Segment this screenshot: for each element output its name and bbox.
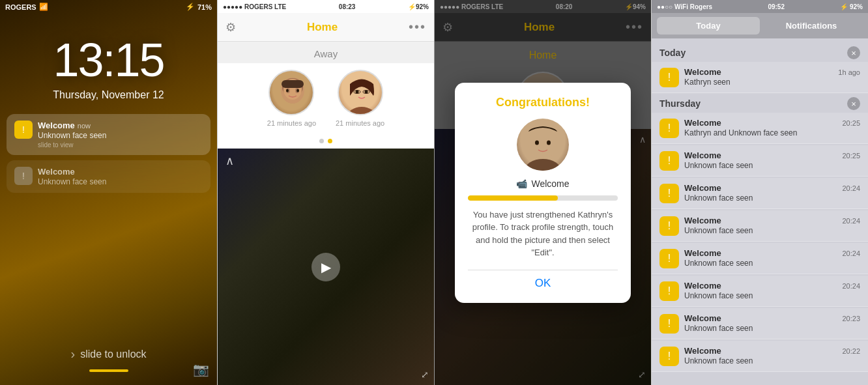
camera-preview-away: ∧ ▶ ⤢: [218, 149, 434, 385]
tab-today[interactable]: Today: [657, 17, 760, 35]
notif-app-2: Welcome: [38, 167, 75, 177]
more-icon[interactable]: •••: [409, 20, 426, 35]
welcome-icon-2: !: [14, 167, 33, 185]
home-away-battery: ⚡92%: [408, 3, 429, 10]
thu-app-3: Welcome: [684, 183, 721, 193]
modal-camera-label: 📹 Welcome: [516, 178, 569, 189]
svg-point-8: [347, 107, 376, 115]
svg-rect-5: [282, 80, 304, 88]
camera-chevron-icon[interactable]: ∧: [225, 154, 234, 168]
today-time-1: 1h ago: [838, 68, 860, 76]
thu-icon-5: !: [659, 249, 679, 268]
thu-app-8: Welcome: [684, 346, 721, 356]
home-away-status-bar: ●●●●● ROGERS LTE 08:23 ⚡92%: [218, 0, 434, 13]
camera-icon-modal: 📹: [516, 178, 527, 189]
lock-carrier: ROGERS: [5, 3, 36, 11]
thursday-item-7[interactable]: ! Welcome 20:23 Unknown face seen: [652, 308, 868, 339]
modal-overlay: Congratulations! 📹 Welcome: [435, 0, 651, 385]
slide-text: slide to unlock: [80, 349, 146, 360]
thu-icon-4: !: [659, 216, 679, 236]
thu-time-3: 20:24: [842, 184, 860, 192]
slide-chevron-icon: ›: [70, 347, 75, 362]
lock-bottom: › slide to unlock 📷: [0, 347, 217, 385]
today-body-1: Kathryn seen: [684, 78, 860, 87]
svg-point-17: [528, 128, 557, 159]
welcome-icon-1: !: [14, 121, 33, 139]
lock-bar: [89, 369, 128, 372]
thu-body-2: Unknown face seen: [684, 161, 860, 170]
thu-title-row-5: Welcome 20:24: [684, 248, 860, 258]
lock-status-left: ROGERS 📶: [5, 3, 48, 11]
thursday-item-4[interactable]: ! Welcome 20:24 Unknown face seen: [652, 210, 868, 242]
lock-status-bar: ROGERS 📶 ⚡ 71%: [0, 0, 217, 14]
thu-content-5: Welcome 20:24 Unknown face seen: [684, 248, 860, 268]
avatar-circle-male: [268, 70, 314, 115]
thursday-clear-button[interactable]: ×: [847, 97, 860, 110]
thu-title-row-3: Welcome 20:24: [684, 183, 860, 193]
svg-point-7: [297, 89, 299, 93]
home-away-nav: ⚙ Home •••: [218, 13, 434, 42]
notif-app-1: Welcome: [38, 121, 75, 130]
thu-content-4: Welcome 20:24 Unknown face seen: [684, 216, 860, 235]
slide-to-unlock[interactable]: › slide to unlock: [70, 347, 146, 362]
settings-icon[interactable]: ⚙: [225, 20, 236, 35]
notif-time-1: now: [78, 122, 91, 130]
notifications-panel: ●●○○ WiFi Rogers 09:52 ⚡ 92% Today Notif…: [651, 0, 868, 385]
thursday-item-1[interactable]: ! Welcome 20:25 Kathryn and Unknown face…: [652, 113, 868, 144]
notif-scroll[interactable]: Today × ! Welcome 1h ago Kathryn seen Th…: [652, 38, 868, 385]
today-app-1: Welcome: [684, 67, 721, 77]
lock-bluetooth-icon: ⚡: [186, 3, 195, 11]
thu-body-5: Unknown face seen: [684, 259, 860, 268]
avatar-item-male: 21 minutes ago: [267, 70, 316, 127]
thursday-item-6[interactable]: ! Welcome 20:24 Unknown face seen: [652, 276, 868, 307]
notif-carrier: ●●○○ WiFi Rogers: [657, 3, 712, 10]
thu-title-row-1: Welcome 20:25: [684, 118, 860, 128]
today-clear-button[interactable]: ×: [847, 46, 860, 59]
fullscreen-icon-away[interactable]: ⤢: [421, 369, 429, 380]
thu-body-6: Unknown face seen: [684, 291, 860, 300]
thu-content-1: Welcome 20:25 Kathryn and Unknown face s…: [684, 118, 860, 137]
thu-time-1: 20:25: [842, 119, 860, 127]
thu-body-3: Unknown face seen: [684, 193, 860, 203]
thursday-title: Thursday: [659, 98, 701, 109]
dot-1: [319, 139, 324, 143]
lock-notif-2[interactable]: ! Welcome Unknown face seen: [7, 160, 210, 193]
lock-time: 13:15: [53, 33, 164, 87]
tab-notifications[interactable]: Notifications: [760, 17, 863, 35]
modal-avatar: [517, 119, 569, 171]
thu-body-4: Unknown face seen: [684, 226, 860, 235]
notif-content-1: Welcome now Unknown face seen slide to v…: [38, 121, 203, 149]
thursday-item-2[interactable]: ! Welcome 20:25 Unknown face seen: [652, 145, 868, 177]
lock-notif-1[interactable]: ! Welcome now Unknown face seen slide to…: [7, 114, 210, 155]
thu-content-3: Welcome 20:24 Unknown face seen: [684, 183, 860, 203]
thu-title-row-2: Welcome 20:25: [684, 150, 860, 160]
thu-app-5: Welcome: [684, 248, 721, 258]
avatar-item-female: 21 minutes ago: [336, 70, 384, 127]
avatar-face-female: [339, 71, 382, 114]
modal-ok-button[interactable]: OK: [468, 270, 618, 290]
thu-title-row-7: Welcome 20:23: [684, 313, 860, 323]
thursday-item-3[interactable]: ! Welcome 20:24 Unknown face seen: [652, 178, 868, 209]
thu-content-2: Welcome 20:25 Unknown face seen: [684, 150, 860, 170]
modal-progress-bar: [468, 195, 618, 201]
camera-icon[interactable]: 📷: [193, 362, 209, 377]
thursday-item-5[interactable]: ! Welcome 20:24 Unknown face seen: [652, 243, 868, 274]
thu-icon-6: !: [659, 281, 679, 301]
thu-content-7: Welcome 20:23 Unknown face seen: [684, 313, 860, 333]
camera-top-bar-away: ∧: [218, 149, 434, 173]
home-away-nav-title: Home: [307, 21, 338, 34]
thu-body-7: Unknown face seen: [684, 324, 860, 333]
notif-slide-hint: slide to view: [38, 141, 203, 149]
thu-time-7: 20:23: [842, 315, 860, 322]
today-item-1[interactable]: ! Welcome 1h ago Kathryn seen: [652, 62, 868, 93]
lock-screen: ROGERS 📶 ⚡ 71% 13:15 Thursday, November …: [0, 0, 217, 385]
thu-icon-3: !: [659, 184, 679, 203]
play-button-away[interactable]: ▶: [311, 253, 340, 281]
lock-wifi-icon: 📶: [39, 3, 48, 11]
modal-progress-fill: [468, 195, 558, 201]
thursday-section-header: Thursday ×: [652, 94, 868, 113]
thursday-item-8[interactable]: ! Welcome 20:22 Unknown face seen: [652, 341, 868, 372]
avatar-time-female: 21 minutes ago: [336, 119, 384, 127]
thu-time-4: 20:24: [842, 217, 860, 225]
dot-2: [328, 139, 332, 143]
